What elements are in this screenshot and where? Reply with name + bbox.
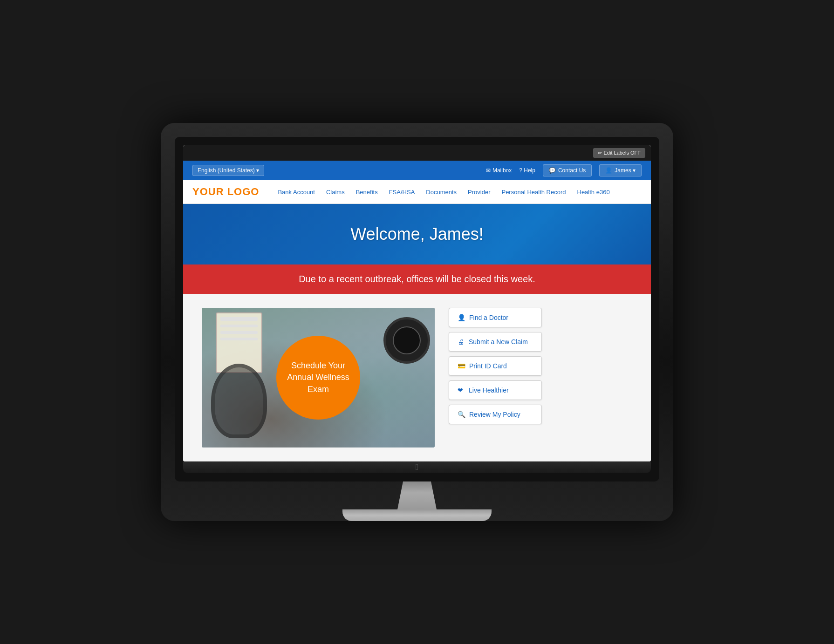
submit-claim-icon: 🖨 bbox=[458, 338, 465, 346]
monitor: ✏ Edit Labels OFF English (United States… bbox=[161, 123, 673, 521]
nav-claims[interactable]: Claims bbox=[326, 189, 345, 196]
find-doctor-label: Find a Doctor bbox=[469, 314, 508, 321]
nav-bank-account[interactable]: Bank Account bbox=[278, 189, 315, 196]
nav-provider[interactable]: Provider bbox=[468, 189, 490, 196]
screen: ✏ Edit Labels OFF English (United States… bbox=[183, 145, 651, 461]
monitor-neck bbox=[389, 481, 445, 509]
contact-us-button[interactable]: 💬 Contact Us bbox=[543, 164, 592, 176]
bp-inner bbox=[393, 326, 421, 354]
stethoscope-decor bbox=[211, 364, 267, 438]
review-policy-icon: 🔍 bbox=[458, 411, 465, 418]
find-doctor-icon: 👤 bbox=[458, 314, 465, 321]
mailbox-link[interactable]: ✉ Mailbox bbox=[486, 167, 512, 174]
language-label: English (United States) ▾ bbox=[198, 167, 259, 174]
nav-documents[interactable]: Documents bbox=[426, 189, 457, 196]
nav-top-bar: English (United States) ▾ ✉ Mailbox ? He… bbox=[183, 161, 651, 180]
chat-icon: 💬 bbox=[549, 167, 556, 174]
print-id-icon: 💳 bbox=[458, 362, 465, 370]
main-content: Schedule Your Annual Wellness Exam 👤 Fin… bbox=[183, 294, 651, 461]
nav-personal-health-record[interactable]: Personal Health Record bbox=[501, 189, 566, 196]
apple-logo-icon:  bbox=[416, 462, 419, 472]
print-id-label: Print ID Card bbox=[469, 362, 507, 370]
main-nav: YOUR LOGO Bank Account Claims Benefits F… bbox=[183, 180, 651, 204]
wellness-circle-text: Schedule Your Annual Wellness Exam bbox=[276, 355, 360, 400]
find-doctor-button[interactable]: 👤 Find a Doctor bbox=[449, 308, 542, 327]
nav-top-right: ✉ Mailbox ? Help 💬 Contact Us 👤 James ▾ bbox=[486, 164, 642, 176]
print-id-card-button[interactable]: 💳 Print ID Card bbox=[449, 356, 542, 376]
monitor-chin:  bbox=[183, 461, 651, 473]
language-selector[interactable]: English (United States) ▾ bbox=[192, 165, 264, 176]
bp-monitor-decor bbox=[383, 317, 430, 364]
nav-fsa-hsa[interactable]: FSA/HSA bbox=[389, 189, 415, 196]
edit-labels-bar: ✏ Edit Labels OFF bbox=[183, 145, 651, 161]
action-buttons-panel: 👤 Find a Doctor 🖨 Submit a New Claim 💳 P… bbox=[449, 308, 542, 424]
hero-title: Welcome, James! bbox=[350, 224, 483, 244]
submit-claim-label: Submit a New Claim bbox=[469, 338, 528, 346]
review-policy-button[interactable]: 🔍 Review My Policy bbox=[449, 405, 542, 424]
wellness-card: Schedule Your Annual Wellness Exam bbox=[202, 308, 435, 447]
logo: YOUR LOGO bbox=[192, 186, 259, 198]
user-icon: 👤 bbox=[605, 167, 612, 174]
screen-bezel: ✏ Edit Labels OFF English (United States… bbox=[175, 137, 659, 481]
hero-banner: Welcome, James! bbox=[183, 204, 651, 264]
alert-message: Due to a recent outbreak, offices will b… bbox=[299, 274, 535, 284]
main-nav-links: Bank Account Claims Benefits FSA/HSA Doc… bbox=[278, 189, 609, 196]
help-label: ? Help bbox=[519, 167, 535, 174]
monitor-base bbox=[342, 509, 492, 521]
nav-benefits[interactable]: Benefits bbox=[356, 189, 378, 196]
mailbox-icon: ✉ bbox=[486, 167, 491, 174]
live-healthier-icon: ❤ bbox=[458, 386, 465, 394]
live-healthier-button[interactable]: ❤ Live Healthier bbox=[449, 380, 542, 400]
live-healthier-label: Live Healthier bbox=[469, 386, 509, 394]
edit-labels-button[interactable]: ✏ Edit Labels OFF bbox=[593, 148, 645, 158]
help-link[interactable]: ? Help bbox=[519, 167, 535, 174]
user-menu-button[interactable]: 👤 James ▾ bbox=[599, 164, 642, 176]
submit-claim-button[interactable]: 🖨 Submit a New Claim bbox=[449, 332, 542, 352]
nav-health-e360[interactable]: Health e360 bbox=[577, 189, 610, 196]
wellness-circle: Schedule Your Annual Wellness Exam bbox=[276, 336, 360, 420]
alert-bar: Due to a recent outbreak, offices will b… bbox=[183, 264, 651, 294]
review-policy-label: Review My Policy bbox=[469, 411, 520, 418]
